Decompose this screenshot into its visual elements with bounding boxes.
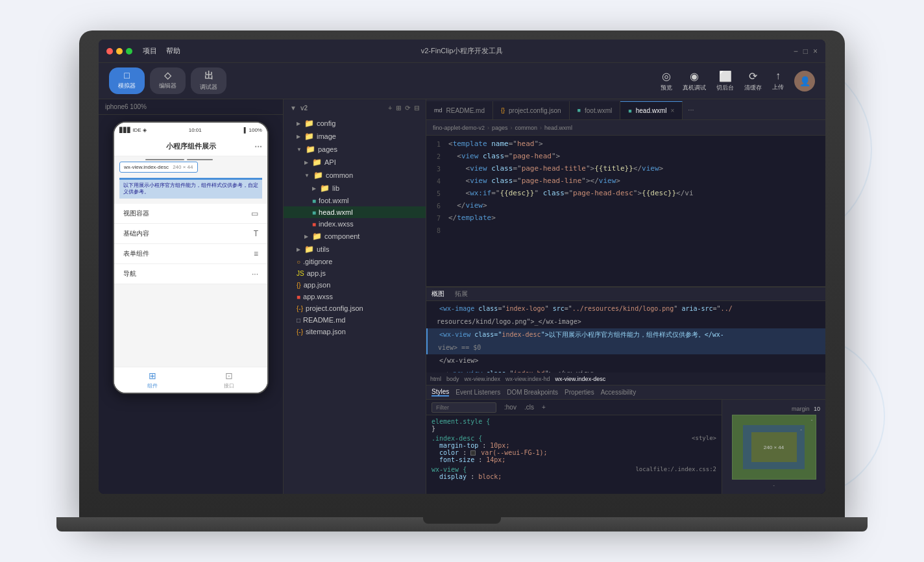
refresh-icon[interactable]: ⟳ [405, 104, 410, 112]
code-line-6: 6 </view> [426, 200, 825, 212]
phone-menu-item-0[interactable]: 视图容器 ▭ [114, 204, 267, 224]
tree-item-pages[interactable]: ▼ 📁 pages [284, 143, 426, 156]
inspector-tab-dom[interactable]: 概图 [432, 289, 444, 299]
phone-menu-items: 视图容器 ▭ 基础内容 T 表单组件 [114, 204, 267, 284]
tree-item-lib[interactable]: ▶ 📁 lib [284, 182, 426, 195]
devtab-styles[interactable]: Styles [432, 388, 449, 397]
new-folder-icon[interactable]: ⊞ [396, 104, 401, 112]
css-val-display: block; [478, 473, 502, 480]
components-tab-icon: ⊞ [149, 371, 156, 381]
toolbar-tab-debug[interactable]: 出 调试器 [191, 67, 226, 94]
css-colon: : [482, 442, 490, 449]
tree-item-config[interactable]: ▶ 📁 config [284, 117, 426, 130]
menu-project[interactable]: 项目 [143, 46, 157, 56]
lower-html-section[interactable]: <wx-image class="index-logo" src="../res… [426, 301, 825, 373]
action-cut[interactable]: ⬜ 切后台 [716, 70, 734, 92]
tree-item-readme[interactable]: □ README.md [284, 314, 426, 326]
debug-label: 调试器 [200, 83, 217, 92]
upload-icon: ↑ [775, 70, 781, 82]
components-tab-label: 组件 [147, 382, 158, 389]
code-body[interactable]: 1 <template name="head"> 2 <view class="… [426, 136, 825, 286]
line-content-8 [446, 225, 825, 236]
ide-window: 项目 帮助 v2-FinClip小程序开发工具 − □ × [99, 40, 825, 494]
devtab-accessibility[interactable]: Accessibility [601, 389, 636, 396]
maximize-button[interactable] [126, 48, 132, 55]
tree-item-api[interactable]: ▶ 📁 API [284, 156, 426, 169]
tab-foot-wxml[interactable]: ■ foot.wxml [570, 101, 621, 119]
tree-item-utils[interactable]: ▶ 📁 utils [284, 243, 426, 256]
new-file-icon[interactable]: + [388, 104, 392, 112]
phone-menu-item-2[interactable]: 表单组件 ≡ [114, 244, 267, 264]
tree-item-project-config[interactable]: {-} project.config.json [284, 302, 426, 314]
elem-tab-body[interactable]: body [446, 376, 459, 382]
tab-bar: md README.md {} project.config.json ■ fo… [426, 99, 825, 120]
css-source-index[interactable]: localfile:/.index.css:2 [635, 466, 716, 472]
title-bar: 项目 帮助 v2-FinClip小程序开发工具 − □ × [99, 40, 825, 63]
styles-filter-input[interactable] [432, 402, 496, 413]
phone-tab-api[interactable]: ⊡ 接口 [224, 371, 234, 389]
phone-menu-item-3[interactable]: 导航 ··· [114, 264, 267, 284]
css-source-style[interactable]: <style> [692, 435, 716, 441]
tab-head-wxml[interactable]: ■ head.wxml × [620, 101, 683, 119]
line-content-2: <view class="page-head"> [446, 151, 825, 162]
tree-item-index-wxss[interactable]: ■ index.wxss [284, 218, 426, 230]
action-preview[interactable]: ◎ 预览 [661, 70, 672, 92]
toolbar-tab-editor[interactable]: ◇ 编辑器 [150, 67, 186, 94]
tree-item-gitignore[interactable]: ○ .gitignore [284, 256, 426, 267]
add-style-btn[interactable]: + [542, 404, 546, 411]
phone-tooltip: wx-view.index-desc 240 × 44 [119, 162, 198, 173]
cls-toggle[interactable]: .cls [524, 404, 534, 411]
box-border-area: - 240 × 44 [743, 425, 805, 469]
tree-item-app-json[interactable]: {} app.json [284, 279, 426, 291]
code-line-8: 8 [426, 225, 825, 237]
tree-item-head-wxml[interactable]: ■ head.wxml [284, 206, 426, 218]
css-prop-margin-top: margin-top [439, 442, 478, 449]
elem-tab-wx-index[interactable]: wx-view.index [465, 376, 501, 382]
elem-tab-wx-desc[interactable]: wx-view.index-desc [555, 376, 606, 382]
pseudo-toggle[interactable]: :hov [504, 404, 517, 411]
menu-bar: 项目 帮助 [143, 46, 180, 56]
tree-item-image[interactable]: ▶ 📁 image [284, 130, 426, 143]
devtab-dom-breakpoints[interactable]: DOM Breakpoints [507, 389, 558, 396]
css-element-close: } [426, 425, 722, 432]
elem-tab-wx-hd[interactable]: wx-view.index-hd [505, 376, 550, 382]
action-realtest[interactable]: ◉ 真机调试 [683, 70, 706, 92]
folder-icon-component: 📁 [312, 232, 322, 241]
toolbar-tab-simulate[interactable]: □ 模拟器 [109, 67, 145, 94]
maximize-icon[interactable]: □ [803, 47, 808, 56]
tab-label-project-config: project.config.json [509, 107, 561, 114]
tab-readme[interactable]: md README.md [426, 101, 493, 119]
breadcrumb-sep-1: › [511, 125, 513, 131]
action-clearcache[interactable]: ⟳ 清缓存 [744, 70, 762, 92]
tree-item-component[interactable]: ▶ 📁 component [284, 230, 426, 243]
code-editor-main[interactable]: 1 <template name="head"> 2 <view class="… [426, 136, 825, 494]
more-tabs-icon[interactable]: ··· [683, 106, 699, 114]
tree-item-foot-wxml[interactable]: ■ foot.wxml [284, 195, 426, 206]
close-button[interactable] [106, 48, 113, 55]
tab-project-config[interactable]: {} project.config.json [493, 101, 570, 119]
devtab-properties[interactable]: Properties [565, 389, 594, 396]
elem-tab-html[interactable]: html [430, 376, 441, 382]
tree-item-app-wxss[interactable]: ■ app.wxss [284, 291, 426, 302]
css-colon-2: : [463, 449, 470, 456]
devtab-events[interactable]: Event Listeners [456, 389, 500, 396]
minimize-button[interactable] [116, 48, 123, 55]
tree-item-sitemap[interactable]: {-} sitemap.json [284, 326, 426, 337]
close-icon[interactable]: × [813, 47, 818, 56]
inspector-tab-source[interactable]: 拓展 [455, 289, 468, 299]
phone-bottom-tabs: ⊞ 组件 ⊡ 接口 [114, 367, 267, 393]
user-avatar[interactable]: 👤 [794, 71, 815, 92]
phone-menu-item-1[interactable]: 基础内容 T [114, 224, 267, 244]
minimize-icon[interactable]: − [794, 47, 798, 56]
phone-more-btn[interactable]: ··· [254, 141, 262, 152]
tree-item-app-js[interactable]: JS app.js [284, 267, 426, 279]
collapse-icon[interactable]: ⊟ [414, 104, 419, 112]
css-prop-font-size: font-size [439, 456, 474, 463]
api-tab-icon: ⊡ [225, 371, 233, 381]
box-outer-margin: - - 240 × 44 [732, 415, 816, 480]
action-upload[interactable]: ↑ 上传 [772, 70, 784, 92]
menu-help[interactable]: 帮助 [166, 46, 180, 56]
tree-item-common[interactable]: ▼ 📁 common [284, 169, 426, 182]
phone-tab-components[interactable]: ⊞ 组件 [147, 371, 158, 389]
close-tab-icon[interactable]: × [671, 107, 675, 114]
